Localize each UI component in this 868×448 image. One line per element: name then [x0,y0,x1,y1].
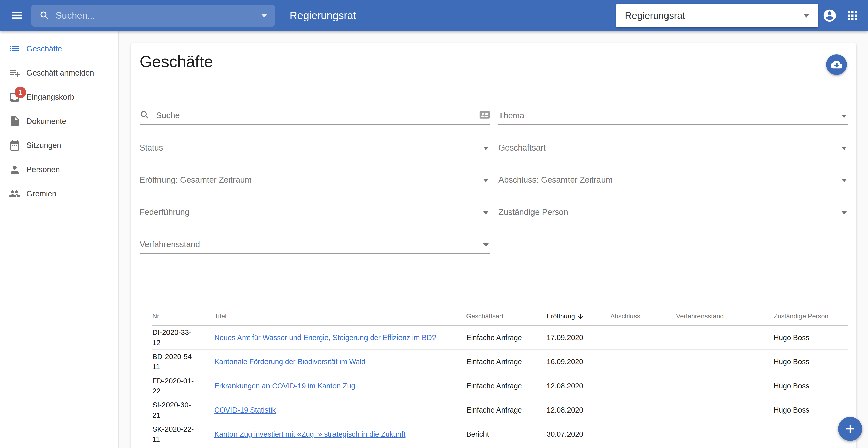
column-header-art[interactable]: Geschäftsart [466,307,547,325]
add-business-button[interactable] [838,417,862,441]
cell-nr: SI-2020-30-21 [152,398,214,422]
dropdown-arrow-icon [841,179,847,182]
sidebar-item-label: Sitzungen [26,141,61,150]
filter-select-er-ffnung-gesamter-zeitraum[interactable]: Eröffnung: Gesamter Zeitraum [140,167,490,189]
sidebar-item-gesch-fte[interactable]: Geschäfte [0,37,118,61]
cell-eroeffnung: 16.09.2020 [547,350,610,374]
cell-titel: Kantonale Förderung der Biodiversität im… [214,350,466,374]
sort-arrow-down-icon [577,313,584,320]
top-app-bar: Regierungsrat Regierungsrat [0,0,868,31]
plus-icon [843,422,857,436]
filter-search-input[interactable] [156,110,479,120]
sidebar-item-gremien[interactable]: Gremien [0,182,118,206]
app-title: Regierungsrat [290,9,356,22]
sidebar-item-label: Eingangskorb [26,93,74,102]
sidebar-item-gesch-ft-anmelden[interactable]: Geschäft anmelden [0,61,118,85]
table-row: FD-2020-01-22Erkrankungen an COVID-19 im… [152,374,848,398]
page-title: Geschäfte [140,53,848,71]
cell-titel: Kanton Zug investiert mit «Zug+» strateg… [214,422,466,446]
global-search-input[interactable] [55,10,261,21]
column-header-abschluss[interactable]: Abschluss [610,307,676,325]
menu-button[interactable] [9,8,25,23]
list-icon [8,43,21,55]
sidebar-item-label: Gremien [26,189,56,198]
filter-select-abschluss-gesamter-zeitraum[interactable]: Abschluss: Gesamter Zeitraum [498,167,848,189]
filter-select-federf-hrung[interactable]: Federführung [140,199,490,221]
global-search[interactable] [31,4,275,27]
account-button[interactable] [823,8,837,23]
sidebar-item-label: Personen [26,165,60,174]
playlist-add-icon [8,67,21,79]
business-number: SI-2020-30-21 [152,400,196,420]
column-header-label: Geschäftsart [466,312,503,320]
cell-verfahrensstand [676,325,774,350]
cell-verfahrensstand [676,398,774,422]
column-header-person[interactable]: Zuständige Person [774,307,848,325]
apps-grid-icon [845,9,859,23]
filter-label: Federführung [140,207,189,217]
calendar-icon [8,139,21,151]
cell-abschluss [610,325,676,350]
person-icon [8,164,21,176]
cell-abschluss [610,422,676,446]
cell-geschaeftsart: Einfache Anfrage [466,398,547,422]
sidebar-item-sitzungen[interactable]: Sitzungen [0,133,118,158]
column-header-label: Abschluss [610,312,640,320]
sidebar-item-eingangskorb[interactable]: 1Eingangskorb [0,85,118,109]
search-scope-dropdown-icon[interactable] [261,14,267,18]
sidebar-item-dokumente[interactable]: Dokumente [0,109,118,133]
business-title-link[interactable]: Kantonale Förderung der Biodiversität im… [214,358,366,366]
sidebar-item-label: Geschäfte [26,44,62,54]
business-title-link[interactable]: Neues Amt für Wasser und Energie, Steige… [214,334,436,342]
column-header-stand[interactable]: Verfahrensstand [676,307,774,325]
cloud-download-icon [831,59,842,70]
apps-grid-button[interactable] [845,9,859,23]
cell-nr: DI-2020-33-12 [152,325,214,350]
search-icon [39,10,50,21]
business-title-link[interactable]: Erkrankungen an COVID-19 im Kanton Zug [214,382,355,390]
sidebar-item-personen[interactable]: Personen [0,158,118,182]
table-row: SI-2020-30-21COVID-19 StatistikEinfache … [152,398,848,422]
column-header-titel[interactable]: Titel [214,307,466,325]
cell-nr: SK-2020-22-11 [152,422,214,446]
dropdown-arrow-icon [483,243,489,247]
filter-select-status[interactable]: Status [140,134,490,157]
business-number: FD-2020-01-22 [152,376,196,396]
sidebar-item-label: Geschäft anmelden [26,68,94,77]
cell-titel: Erkrankungen an COVID-19 im Kanton Zug [214,374,466,398]
column-header-nr[interactable]: Nr. [152,307,214,325]
workspace-select[interactable]: Regierungsrat [616,4,818,28]
cell-verfahrensstand [676,374,774,398]
dropdown-arrow-icon [483,147,489,150]
export-button[interactable] [826,55,847,75]
column-header-label: Nr. [152,312,161,320]
filters-right-column: ThemaGeschäftsartAbschluss: Gesamter Zei… [498,102,848,263]
business-number: BD-2020-54-11 [152,352,196,372]
business-title-link[interactable]: COVID-19 Statistik [214,406,276,414]
filter-label: Thema [498,111,524,120]
filter-label: Verfahrensstand [140,240,200,249]
business-number: SK-2020-22-11 [152,424,196,444]
column-header-label: Titel [214,312,226,320]
filter-select-thema[interactable]: Thema [498,102,848,125]
document-icon [8,115,21,127]
cell-zustaendige-person: Hugo Boss [774,350,848,374]
business-number: DI-2020-33-12 [152,328,196,348]
filter-select-verfahrensstand[interactable]: Verfahrensstand [140,231,490,254]
sidebar-item-label: Dokumente [26,117,66,126]
menu-icon [10,8,24,22]
business-title-link[interactable]: Kanton Zug investiert mit «Zug+» strateg… [214,430,405,438]
column-header-eroeffnung[interactable]: Eröffnung [547,307,610,325]
contact-card-icon[interactable] [479,109,490,120]
cell-zustaendige-person: Hugo Boss [774,398,848,422]
filter-search-field[interactable] [140,102,490,125]
filter-select-gesch-ftsart[interactable]: Geschäftsart [498,134,848,157]
filter-select-zust-ndige-person[interactable]: Zuständige Person [498,199,848,221]
dropdown-arrow-icon [483,179,489,182]
filter-label: Abschluss: Gesamter Zeitraum [498,175,613,185]
dropdown-arrow-icon [841,211,847,214]
cell-eroeffnung: 12.08.2020 [547,398,610,422]
dropdown-arrow-icon [841,147,847,150]
filter-label: Status [140,143,163,152]
cell-abschluss [610,350,676,374]
